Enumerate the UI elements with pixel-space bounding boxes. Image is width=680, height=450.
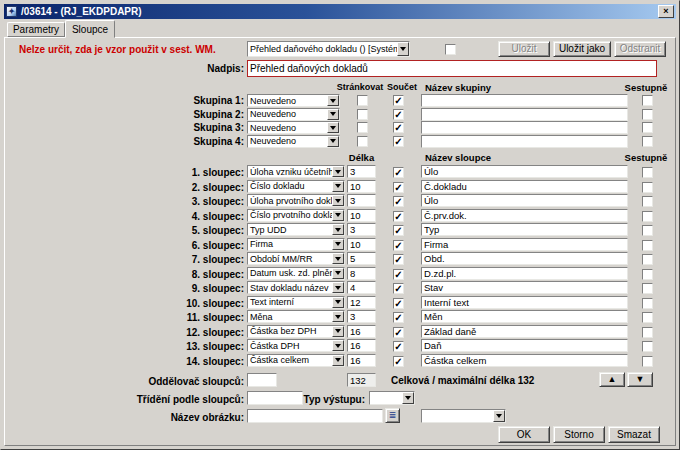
chevron-down-icon[interactable] — [397, 42, 409, 56]
chevron-down-icon[interactable] — [332, 181, 344, 192]
column-name-input[interactable] — [421, 281, 628, 294]
column-name-input[interactable] — [421, 354, 628, 367]
chevron-down-icon[interactable] — [493, 410, 505, 422]
soucet-checkbox[interactable] — [393, 298, 404, 309]
column-source-select[interactable]: Číslo dokladu — [247, 180, 345, 193]
move-up-button[interactable]: ▲ — [599, 372, 625, 387]
column-source-select[interactable]: Úloha vzniku účetního dokladu — [247, 165, 345, 178]
strankovat-checkbox[interactable] — [357, 122, 368, 133]
group-name-input[interactable] — [421, 121, 628, 134]
template-select[interactable]: Přehled daňového dokladu () [Systémové] — [247, 41, 410, 57]
sestupne-checkbox[interactable] — [642, 240, 653, 251]
sestupne-checkbox[interactable] — [642, 196, 653, 207]
sestupne-checkbox[interactable] — [642, 109, 653, 120]
verejny-checkbox[interactable] — [445, 44, 456, 55]
group-source-select[interactable]: Neuvedeno — [247, 121, 340, 134]
sestupne-checkbox[interactable] — [642, 356, 653, 367]
chevron-down-icon[interactable] — [327, 122, 339, 133]
soucet-checkbox[interactable] — [393, 240, 404, 251]
chevron-down-icon[interactable] — [327, 136, 339, 147]
column-length-input[interactable] — [347, 325, 376, 338]
chevron-down-icon[interactable] — [332, 253, 344, 264]
chevron-down-icon[interactable] — [332, 210, 344, 221]
obrazek-select[interactable] — [421, 409, 506, 423]
chevron-down-icon[interactable] — [332, 340, 344, 351]
column-name-input[interactable] — [421, 325, 628, 338]
chevron-down-icon[interactable] — [327, 109, 339, 120]
soucet-checkbox[interactable] — [393, 283, 404, 294]
sestupne-checkbox[interactable] — [642, 136, 653, 147]
column-length-input[interactable] — [347, 223, 376, 236]
column-name-input[interactable] — [421, 180, 628, 193]
sestupne-checkbox[interactable] — [642, 283, 653, 294]
column-source-select[interactable]: Úloha prvotního dokladu — [247, 194, 345, 207]
column-length-input[interactable] — [347, 354, 376, 367]
soucet-checkbox[interactable] — [393, 327, 404, 338]
column-name-input[interactable] — [421, 252, 628, 265]
soucet-checkbox[interactable] — [393, 341, 404, 352]
column-length-input[interactable] — [347, 194, 376, 207]
titlebar[interactable]: ✦ /03614 - (RJ_EKDPDAPR) × — [4, 4, 676, 19]
column-length-input[interactable] — [347, 310, 376, 323]
nazev-obrazku-input[interactable] — [247, 409, 383, 423]
column-length-input[interactable] — [347, 209, 376, 222]
sestupne-checkbox[interactable] — [642, 327, 653, 338]
group-name-input[interactable] — [421, 108, 628, 121]
trideni-input[interactable] — [247, 391, 303, 405]
sestupne-checkbox[interactable] — [642, 254, 653, 265]
chevron-down-icon[interactable] — [332, 224, 344, 235]
save-as-button[interactable]: Uložit jako — [553, 41, 611, 57]
column-source-select[interactable]: Firma — [247, 238, 345, 251]
column-name-input[interactable] — [421, 223, 628, 236]
column-length-input[interactable] — [347, 267, 376, 280]
column-source-select[interactable]: Období MM/RR — [247, 252, 345, 265]
soucet-checkbox[interactable] — [393, 211, 404, 222]
column-source-select[interactable]: Částka celkem — [247, 354, 345, 367]
group-source-select[interactable]: Neuvedeno — [247, 94, 340, 107]
sestupne-checkbox[interactable] — [642, 95, 653, 106]
chevron-down-icon[interactable] — [332, 355, 344, 366]
sestupne-checkbox[interactable] — [642, 312, 653, 323]
image-picker-button[interactable]: ≣ — [385, 408, 400, 423]
soucet-checkbox[interactable] — [393, 167, 404, 178]
chevron-down-icon[interactable] — [332, 282, 344, 293]
column-source-select[interactable]: Stav dokladu název — [247, 281, 345, 294]
chevron-down-icon[interactable] — [332, 311, 344, 322]
group-source-select[interactable]: Neuvedeno — [247, 135, 340, 148]
column-source-select[interactable]: Měna — [247, 310, 345, 323]
smazat-button[interactable]: Smazat — [608, 426, 660, 443]
strankovat-checkbox[interactable] — [357, 109, 368, 120]
chevron-down-icon[interactable] — [402, 392, 414, 404]
sestupne-checkbox[interactable] — [642, 167, 653, 178]
close-icon[interactable]: × — [658, 5, 674, 18]
chevron-down-icon[interactable] — [332, 166, 344, 177]
nadpis-input[interactable] — [247, 60, 657, 77]
column-length-input[interactable] — [347, 296, 376, 309]
column-length-input[interactable] — [347, 180, 376, 193]
column-length-input[interactable] — [347, 252, 376, 265]
soucet-checkbox[interactable] — [393, 225, 404, 236]
soucet-checkbox[interactable] — [393, 269, 404, 280]
sestupne-checkbox[interactable] — [642, 122, 653, 133]
chevron-down-icon[interactable] — [327, 95, 339, 106]
column-length-input[interactable] — [347, 165, 376, 178]
column-source-select[interactable]: Text interní — [247, 296, 345, 309]
column-name-input[interactable] — [421, 165, 628, 178]
group-name-input[interactable] — [421, 94, 628, 107]
soucet-checkbox[interactable] — [393, 122, 404, 133]
column-name-input[interactable] — [421, 267, 628, 280]
move-down-button[interactable]: ▼ — [627, 372, 653, 387]
column-name-input[interactable] — [421, 194, 628, 207]
soucet-checkbox[interactable] — [393, 182, 404, 193]
column-name-input[interactable] — [421, 310, 628, 323]
sestupne-checkbox[interactable] — [642, 182, 653, 193]
chevron-down-icon[interactable] — [332, 297, 344, 308]
chevron-down-icon[interactable] — [332, 239, 344, 250]
soucet-checkbox[interactable] — [393, 136, 404, 147]
chevron-down-icon[interactable] — [332, 195, 344, 206]
sestupne-checkbox[interactable] — [642, 298, 653, 309]
soucet-checkbox[interactable] — [393, 95, 404, 106]
column-name-input[interactable] — [421, 339, 628, 352]
ok-button[interactable]: OK — [498, 426, 550, 443]
tab-parametry[interactable]: Parametry — [7, 22, 65, 37]
